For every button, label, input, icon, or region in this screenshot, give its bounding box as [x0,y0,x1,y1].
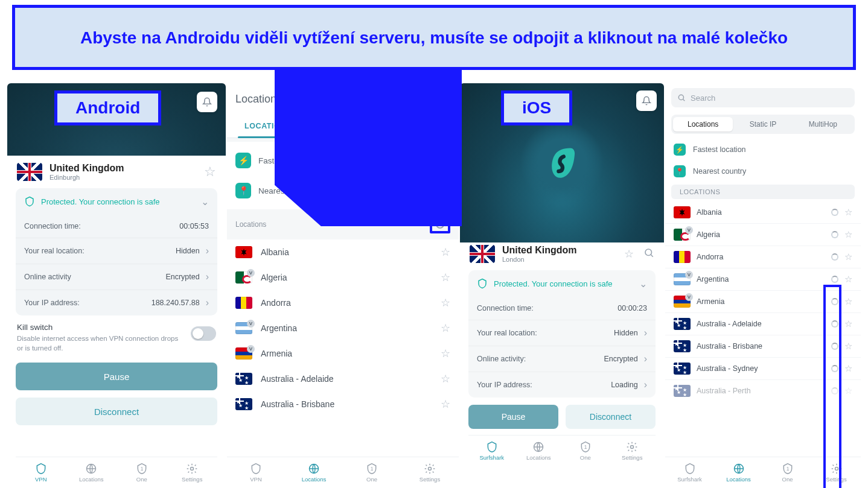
nearest-country[interactable]: 📍 Nearest country [665,160,861,182]
location-row[interactable]: VAlgeria☆ [227,265,459,290]
search-input[interactable]: Search [671,88,855,107]
au-flag-icon [674,363,691,375]
favorite-star-icon[interactable]: ☆ [624,247,634,261]
disconnect-button[interactable]: Disconnect [16,398,217,425]
segment-staticip[interactable]: Static IP [733,117,793,132]
server-city: Edinburgh [49,174,124,181]
favorite-star-icon[interactable]: ☆ [844,385,852,396]
tab-staticip[interactable]: STATIC IP [305,115,380,138]
favorite-star-icon[interactable]: ☆ [441,322,450,335]
location-row[interactable]: Australia - Adelaide☆ [227,366,459,391]
segment-multihop[interactable]: MultiHop [793,117,853,132]
status-row: Connection time:00:05:53 [16,215,217,238]
location-row[interactable]: Andorra☆ [665,246,861,268]
location-row[interactable]: VArmenia☆ [665,291,861,313]
favorite-star-icon[interactable]: ☆ [441,271,450,284]
location-row[interactable]: Australia - Brisbane☆ [665,335,861,358]
nav-one[interactable]: 1One [562,436,609,466]
pause-button[interactable]: Pause [468,405,558,429]
nearest-country[interactable]: 📍 Nearest country [235,176,450,206]
nav-label: One [366,476,377,483]
search-icon[interactable] [643,247,654,261]
uk-flag-icon [470,245,495,263]
location-row[interactable]: Australia - Perth☆ [665,380,861,402]
status-row[interactable]: Your real location:Hidden› [468,320,656,346]
nav-settings[interactable]: Settings [167,457,218,488]
favorite-star-icon[interactable]: ☆ [441,347,450,360]
protected-row[interactable]: Protected. Your connection is safe ⌄ [468,270,656,297]
tab-multihop[interactable]: MULTIHOP [380,115,455,138]
favorite-star-icon[interactable]: ☆ [204,164,216,180]
server-load-button[interactable] [430,215,450,233]
nav-vpn[interactable]: VPN [16,457,66,488]
nav-settings[interactable]: Settings [609,436,656,466]
connection-header: United Kingdom London ☆ [468,241,656,270]
status-row[interactable]: Your IP address:Loading› [468,372,656,398]
status-row[interactable]: Your real location:Hidden› [16,238,217,264]
nav-locations[interactable]: Locations [66,457,117,488]
location-row[interactable]: Andorra☆ [227,290,459,315]
status-value: Encrypted [165,273,199,281]
location-name: Argentina [261,323,297,333]
location-row[interactable]: Australia - Sydney☆ [665,358,861,380]
tab-locations[interactable]: LOCATIONS [231,115,305,138]
favorite-star-icon[interactable]: ☆ [844,229,852,240]
fastest-location[interactable]: ⚡ Fastest location [235,145,450,176]
nav-locations[interactable]: Locations [515,436,563,466]
location-row[interactable]: VAlgeria☆ [665,224,861,246]
vpn-icon [486,441,498,453]
favorite-star-icon[interactable]: ☆ [441,372,450,385]
search-icon[interactable] [438,92,450,107]
nav-one[interactable]: 1One [116,457,167,488]
favorite-star-icon[interactable]: ☆ [441,398,450,411]
segment-locations[interactable]: Locations [673,117,733,132]
nav-settings[interactable]: Settings [401,457,459,488]
fastest-location[interactable]: ⚡ Fastest location [665,139,861,160]
location-row[interactable]: Australia - Brisbane☆ [227,391,459,417]
nav-vpn[interactable]: Surfshark [665,457,714,488]
location-row[interactable]: Australia - Adelaide☆ [665,313,861,335]
nav-one[interactable]: 1One [343,457,401,488]
nav-settings[interactable]: Settings [812,457,861,488]
status-key: Online activity [24,273,71,281]
disconnect-button[interactable]: Disconnect [566,405,656,429]
info-icon[interactable]: ⓘ [416,91,429,107]
nav-vpn[interactable]: Surfshark [468,436,515,466]
location-row[interactable]: VArgentina☆ [227,315,459,341]
status-value: Hidden [176,247,200,255]
favorite-star-icon[interactable]: ☆ [844,341,852,352]
status-row[interactable]: Online activity:Encrypted› [468,346,656,372]
favorite-star-icon[interactable]: ☆ [844,274,852,285]
android-badge: Android [54,90,161,125]
status-value: Hidden [614,329,638,337]
locations-section-header: Locations [227,209,459,239]
nav-locations[interactable]: Locations [285,457,343,488]
load-indicator [831,320,838,328]
favorite-star-icon[interactable]: ☆ [844,363,852,374]
protected-row[interactable]: Protected. Your connection is safe ⌄ [16,188,217,215]
favorite-star-icon[interactable]: ☆ [844,252,852,262]
location-row[interactable]: VArgentina☆ [665,268,861,291]
location-row[interactable]: VArmenia☆ [227,341,459,366]
nav-locations[interactable]: Locations [714,457,763,488]
location-row[interactable]: Albania☆ [665,201,861,224]
status-row[interactable]: Online activityEncrypted› [16,264,217,290]
favorite-star-icon[interactable]: ☆ [844,207,852,218]
nav-label: Surfshark [479,454,504,461]
nav-one[interactable]: 1One [763,457,812,488]
favorite-star-icon[interactable]: ☆ [844,296,852,307]
virtual-badge: V [247,269,255,277]
favorite-star-icon[interactable]: ☆ [441,246,450,259]
status-key: Online activity: [477,355,526,363]
virtual-badge: V [685,271,693,279]
favorite-star-icon[interactable]: ☆ [844,318,852,329]
bell-icon[interactable] [636,90,657,111]
pause-button[interactable]: Pause [16,363,217,390]
location-name: Australia - Brisbane [697,342,762,350]
location-row[interactable]: Albania☆ [227,239,459,265]
favorite-star-icon[interactable]: ☆ [441,296,450,309]
kill-switch-toggle[interactable] [191,326,216,341]
status-row[interactable]: Your IP address:188.240.57.88› [16,290,217,315]
nav-vpn[interactable]: VPN [227,457,285,488]
bell-icon[interactable] [197,92,217,112]
